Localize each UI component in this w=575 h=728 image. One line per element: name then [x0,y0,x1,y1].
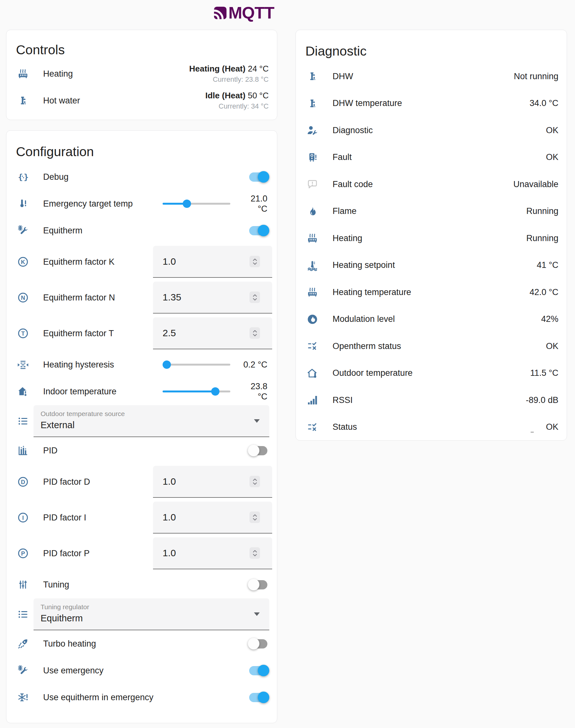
control-label: Heating [43,69,73,79]
select-value: Equitherm [41,613,269,624]
config-row-pid: PID [6,437,277,464]
diag-row-dhw-temperature: DHW temperature 34.0 °C [296,90,567,117]
heating-hysteresis-slider[interactable] [163,361,230,369]
config-row-equitherm-factor-k: Equitherm factor K 1.0 [6,244,277,280]
number-value: 2.5 [163,328,176,338]
number-value: 1.0 [163,512,176,523]
row-label: PID factor D [43,477,90,487]
equitherm-factor-t-input[interactable]: 2.5 [153,317,272,349]
controls-card-title: Controls [6,30,277,60]
config-row-pid-factor-p: PID factor P 1.0 [6,536,277,571]
row-label: PID [43,446,58,456]
outdoor-temperature-source-select[interactable]: Outdoor temperature source External [34,405,269,437]
pid-factor-i-input[interactable]: 1.0 [153,502,272,534]
list-bulleted-icon [17,608,29,620]
list-bulleted-icon [17,415,29,427]
radiator-icon [17,68,29,80]
slider-thumb[interactable] [183,199,191,208]
emergency-target-temp-slider[interactable] [163,199,230,208]
state-current: Currently: 34 °C [205,102,269,110]
alpha-k-circle-icon [17,256,29,268]
tuning-toggle[interactable] [249,580,267,589]
slider-thumb[interactable] [211,387,219,396]
row-label: DHW temperature [333,98,402,108]
row-value: OK [546,422,559,432]
use-equitherm-in-emergency-toggle[interactable] [249,693,267,702]
debug-toggle[interactable] [249,173,267,182]
row-label: Flame [333,206,357,216]
state-target: 24 °C [248,64,269,73]
tuning-regulator-select[interactable]: Tuning regulator Equitherm [34,598,269,630]
number-value: 1.0 [163,476,176,487]
list-status-icon [306,421,318,433]
slider-thumb[interactable] [163,361,171,369]
number-stepper[interactable] [249,547,260,559]
pid-factor-p-input[interactable]: 1.0 [153,537,272,569]
row-value: Running [526,233,559,243]
number-stepper[interactable] [249,292,260,303]
snowflake-wrench-icon [17,224,29,236]
number-stepper[interactable] [249,476,260,487]
number-stepper[interactable] [249,511,260,523]
diag-row-rssi: RSSI -89.0 dB [296,387,567,414]
toggle-knob[interactable] [258,171,269,183]
config-row-equitherm-factor-t: Equitherm factor T 2.5 [6,316,277,351]
turbo-heating-toggle[interactable] [249,639,267,649]
row-label: Fault [333,152,352,162]
account-wrench-icon [306,124,318,136]
control-row-hot-water[interactable]: Hot water Idle (Heat) 50 °C Currently: 3… [6,87,277,114]
row-label: Heating setpoint [333,260,395,270]
diag-row-modulation-level: Modulation level 42% [296,306,567,333]
list-status-icon [306,340,318,352]
pid-toggle[interactable] [249,446,267,455]
toggle-knob[interactable] [258,225,269,236]
fire-icon [306,205,318,217]
snowflake-alert-icon [17,691,29,703]
row-label: Equitherm [43,226,82,235]
number-stepper[interactable] [249,327,260,339]
config-row-pid-factor-i: PID factor I 1.0 [6,500,277,536]
page-header: MQTT [0,0,575,30]
diag-row-flame: Flame Running [296,198,567,225]
toggle-knob[interactable] [248,579,259,590]
row-value: OK [546,125,559,135]
water-tap-icon [306,70,318,82]
equitherm-toggle[interactable] [249,226,267,235]
equitherm-factor-k-input[interactable]: 1.0 [153,246,272,278]
row-label: DHW [333,72,353,81]
config-row-outdoor-temperature-source: Outdoor temperature source External [6,405,277,437]
diag-row-heating: Heating Running [296,225,567,252]
tune-vertical-icon [17,579,29,591]
row-label: Modulation level [333,314,395,324]
controls-card: Controls Heating Heating (Heat) 24 °C Cu… [6,30,277,120]
control-row-heating[interactable]: Heating Heating (Heat) 24 °C Currently: … [6,60,277,87]
row-label: Outdoor temperature [333,368,413,378]
equitherm-factor-n-input[interactable]: 1.35 [153,282,272,314]
row-label: Status [333,422,357,432]
number-stepper[interactable] [249,256,260,267]
slider-value: 21.0°C [234,193,267,214]
use-emergency-toggle[interactable] [249,666,267,675]
toggle-knob[interactable] [248,638,259,650]
config-row-pid-factor-d: PID factor D 1.0 [6,464,277,500]
row-label: Use emergency [43,666,103,676]
control-state: Heating (Heat) 24 °C Currently: 23.8 °C [189,64,269,84]
hysteresis-icon [17,359,29,371]
row-label: Diagnostic [333,125,373,135]
alpha-t-circle-icon [17,327,29,339]
row-value: Not running [514,72,559,81]
select-value: External [41,420,269,430]
row-value: Running [526,206,559,216]
radiator-icon [306,286,318,298]
indoor-temperature-slider[interactable] [163,387,230,396]
alpha-p-circle-icon [17,547,29,559]
number-value: 1.0 [163,548,176,558]
pid-factor-d-input[interactable]: 1.0 [153,466,272,498]
toggle-knob[interactable] [248,445,259,456]
diagnostic-card-title: Diagnostic [296,30,567,63]
row-label: Equitherm factor T [43,329,114,338]
config-row-debug: Debug [6,163,277,190]
toggle-knob[interactable] [258,692,269,703]
number-value: 1.35 [163,292,181,303]
toggle-knob[interactable] [258,665,269,676]
